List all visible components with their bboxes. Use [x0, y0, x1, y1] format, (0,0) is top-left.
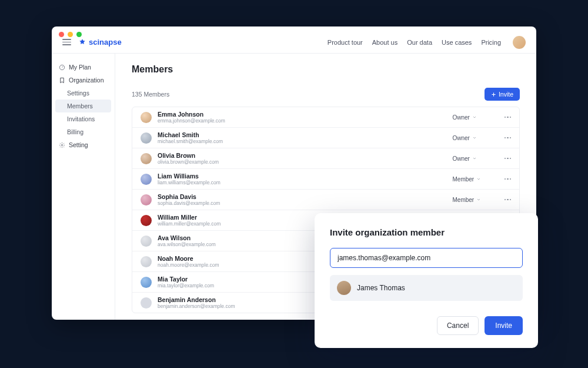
member-more-icon[interactable] — [505, 117, 512, 118]
member-role-dropdown[interactable]: Owner — [453, 155, 494, 162]
invite-button-label: Invite — [499, 91, 513, 98]
member-role-label: Owner — [453, 114, 470, 121]
nav-about-us[interactable]: About us — [372, 39, 397, 46]
invite-submit-button[interactable]: Invite — [485, 316, 523, 335]
page-title: Members — [132, 64, 520, 75]
member-name: Liam Williams — [158, 173, 453, 180]
invite-modal: Invite organization member James Thomas … — [315, 213, 538, 348]
member-avatar — [141, 194, 152, 205]
gear-icon — [59, 142, 65, 148]
sidebar-item-organization[interactable]: Organization — [52, 74, 115, 87]
svg-point-1 — [61, 144, 63, 146]
member-name: Sophia Davis — [158, 193, 453, 200]
member-avatar — [141, 236, 152, 247]
sidebar-label: Members — [67, 102, 93, 110]
nav-product-tour[interactable]: Product tour — [328, 39, 363, 46]
member-email: sophia.davis@example.com — [158, 200, 453, 206]
member-row: Sophia Davis sophia.davis@example.com Me… — [132, 190, 519, 210]
sidebar-label: Settings — [67, 89, 89, 97]
member-role-label: Owner — [453, 135, 470, 141]
suggestion-name: James Thomas — [357, 284, 405, 292]
member-role-dropdown[interactable]: Owner — [453, 135, 494, 141]
member-role-dropdown[interactable]: Member — [453, 197, 494, 203]
member-email: michael.smith@example.com — [158, 138, 453, 144]
member-role-label: Owner — [453, 155, 470, 162]
member-row: Olivia Brown olivia.brown@example.com Ow… — [132, 148, 519, 169]
sidebar-label: Billing — [67, 128, 83, 135]
sidebar-item-settings[interactable]: Settings — [52, 87, 115, 100]
member-row: Emma Johnson emma.johnson@example.com Ow… — [132, 107, 519, 128]
member-more-icon[interactable] — [505, 137, 512, 139]
member-count: 135 Members — [132, 91, 169, 98]
member-row: Liam Williams liam.williams@example.com … — [132, 169, 519, 190]
member-avatar — [141, 153, 152, 164]
nav-our-data[interactable]: Our data — [407, 39, 432, 46]
modal-title: Invite organization member — [330, 227, 523, 237]
sidebar-item-setting[interactable]: Setting — [52, 138, 115, 151]
member-avatar — [141, 297, 152, 309]
nav-pricing[interactable]: Pricing — [481, 39, 501, 46]
suggestion-avatar — [337, 281, 351, 295]
member-avatar — [141, 256, 152, 267]
member-avatar — [141, 112, 152, 123]
member-avatar — [141, 277, 152, 288]
member-name: Michael Smith — [158, 131, 453, 138]
member-role-dropdown[interactable]: Member — [453, 176, 494, 183]
chevron-down-icon — [476, 177, 481, 181]
sidebar-item-billing[interactable]: Billing — [52, 125, 115, 138]
sidebar-item-my-plan[interactable]: My Plan — [52, 61, 115, 74]
member-more-icon[interactable] — [505, 158, 512, 160]
sidebar-item-members[interactable]: Members — [55, 100, 111, 112]
member-email: emma.johnson@example.com — [158, 118, 453, 124]
sidebar: My Plan Organization Settings Members In… — [52, 54, 115, 320]
sidebar-label: My Plan — [69, 64, 91, 71]
menu-icon[interactable] — [62, 39, 71, 45]
cancel-button[interactable]: Cancel — [437, 316, 479, 335]
member-row: Michael Smith michael.smith@example.com … — [132, 128, 519, 148]
sidebar-item-invitations[interactable]: Invitations — [52, 112, 115, 125]
member-avatar — [141, 174, 152, 185]
invite-email-input[interactable] — [330, 248, 523, 268]
sidebar-label: Invitations — [67, 115, 95, 122]
member-more-icon[interactable] — [505, 178, 512, 180]
member-more-icon[interactable] — [505, 199, 512, 201]
member-email: olivia.brown@example.com — [158, 159, 453, 165]
user-avatar[interactable] — [513, 36, 526, 49]
chevron-down-icon — [472, 156, 477, 161]
brand-name: scinapse — [89, 38, 122, 47]
member-name: Olivia Brown — [158, 152, 453, 159]
chevron-down-icon — [472, 135, 477, 140]
member-role-label: Member — [453, 176, 475, 183]
member-avatar — [141, 132, 152, 144]
suggestion-item[interactable]: James Thomas — [330, 275, 523, 301]
member-name: Emma Johnson — [158, 111, 453, 118]
member-avatar — [141, 215, 152, 226]
chevron-down-icon — [476, 197, 481, 202]
member-role-dropdown[interactable]: Owner — [453, 114, 494, 121]
sidebar-label: Organization — [69, 77, 104, 84]
member-role-label: Member — [453, 197, 475, 203]
top-nav: Product tour About us Our data Use cases… — [328, 36, 526, 49]
brand-logo[interactable]: scinapse — [78, 38, 122, 47]
plus-icon — [491, 92, 496, 97]
invite-button[interactable]: Invite — [485, 88, 520, 101]
nav-use-cases[interactable]: Use cases — [442, 39, 472, 46]
bookmark-icon — [59, 77, 65, 84]
sidebar-label: Setting — [69, 141, 88, 148]
logo-icon — [78, 38, 86, 47]
top-bar: scinapse Product tour About us Our data … — [52, 26, 536, 54]
gauge-icon — [59, 64, 65, 71]
member-email: liam.williams@example.com — [158, 180, 453, 185]
chevron-down-icon — [472, 115, 477, 120]
